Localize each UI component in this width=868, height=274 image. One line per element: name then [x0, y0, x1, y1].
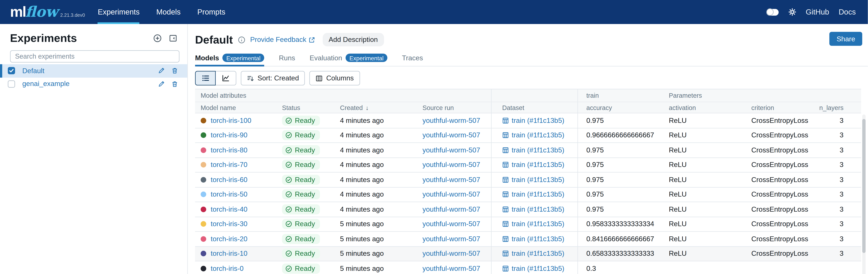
- source-run-link[interactable]: youthful-worm-507: [423, 235, 480, 243]
- nav-external-link[interactable]: GitHub: [806, 8, 829, 16]
- add-description-button[interactable]: Add Description: [322, 33, 384, 46]
- model-name-link[interactable]: torch-iris-40: [211, 205, 247, 213]
- model-row[interactable]: torch-iris-90 Ready 4 minutes ago youth: [195, 128, 861, 143]
- source-run-link[interactable]: youthful-worm-507: [423, 191, 480, 198]
- dataset-link[interactable]: train (#1f1c13b5): [502, 176, 564, 184]
- theme-toggle[interactable]: [766, 9, 778, 16]
- source-run-link[interactable]: youthful-worm-507: [423, 131, 480, 139]
- source-run-link[interactable]: youthful-worm-507: [423, 116, 480, 124]
- created-cell: 4 minutes ago: [340, 128, 423, 143]
- table-scrollbar[interactable]: [862, 114, 866, 274]
- models-toolbar: Sort: Created Columns: [195, 71, 868, 85]
- model-name-link[interactable]: torch-iris-0: [211, 265, 244, 272]
- nav-item[interactable]: Prompts: [197, 0, 225, 24]
- model-row[interactable]: torch-iris-10 Ready 5 minutes ago youth: [195, 247, 861, 262]
- model-row[interactable]: torch-iris-40 Ready 4 minutes ago youth: [195, 202, 861, 217]
- model-row[interactable]: torch-iris-60 Ready 4 minutes ago youth: [195, 172, 861, 187]
- dataset-link[interactable]: train (#1f1c13b5): [502, 205, 564, 213]
- model-row[interactable]: torch-iris-30 Ready 5 minutes ago youth: [195, 217, 861, 232]
- dataset-link[interactable]: train (#1f1c13b5): [502, 250, 564, 257]
- model-name-link[interactable]: torch-iris-70: [211, 161, 247, 169]
- experiment-tab[interactable]: Runs: [279, 54, 295, 66]
- search-experiments-input[interactable]: [10, 50, 180, 62]
- chart-view-button[interactable]: [216, 71, 236, 85]
- column-header-source-run[interactable]: Source run: [423, 102, 491, 113]
- source-run-link[interactable]: youthful-worm-507: [423, 161, 480, 169]
- experiment-list-item[interactable]: Default: [0, 64, 187, 77]
- source-run-link[interactable]: youthful-worm-507: [423, 220, 480, 228]
- column-header-criterion[interactable]: criterion: [751, 102, 818, 113]
- settings-gear-icon[interactable]: [788, 8, 796, 16]
- model-name-link[interactable]: torch-iris-50: [211, 191, 247, 198]
- column-header-created[interactable]: Created ↓: [340, 102, 423, 113]
- experiment-tab[interactable]: Evaluation Experimental: [310, 54, 388, 66]
- scrollbar-thumb[interactable]: [862, 119, 866, 253]
- column-header-n-layers[interactable]: n_layers: [818, 102, 861, 113]
- column-header-accuracy[interactable]: accuracy: [578, 102, 669, 113]
- collapse-sidebar-icon[interactable]: [169, 34, 177, 42]
- n-layers-cell: 3: [818, 187, 861, 202]
- source-run-link[interactable]: youthful-worm-507: [423, 250, 480, 257]
- experiment-name-link[interactable]: genai_example: [22, 80, 69, 88]
- dataset-link[interactable]: train (#1f1c13b5): [502, 191, 564, 198]
- delete-experiment-trash-icon[interactable]: [171, 80, 178, 87]
- model-name-link[interactable]: torch-iris-60: [211, 176, 247, 184]
- dataset-link[interactable]: train (#1f1c13b5): [502, 161, 564, 169]
- dataset-link[interactable]: train (#1f1c13b5): [502, 220, 564, 228]
- delete-experiment-trash-icon[interactable]: [171, 67, 178, 75]
- model-name-link[interactable]: torch-iris-80: [211, 146, 247, 154]
- model-name-link[interactable]: torch-iris-20: [211, 235, 247, 243]
- dataset-link[interactable]: train (#1f1c13b5): [502, 131, 564, 139]
- model-name-link[interactable]: torch-iris-90: [211, 131, 247, 139]
- dataset-cell: train (#1f1c13b5): [491, 172, 578, 187]
- rename-experiment-pencil-icon[interactable]: [158, 80, 165, 87]
- check-circle-icon: [285, 117, 292, 124]
- experiment-name-link[interactable]: Default: [22, 67, 44, 75]
- dataset-cell: train (#1f1c13b5): [491, 143, 578, 157]
- list-view-button[interactable]: [195, 71, 216, 85]
- nav-item[interactable]: Experiments: [98, 0, 140, 24]
- create-experiment-icon[interactable]: [153, 34, 162, 42]
- model-row[interactable]: torch-iris-80 Ready 4 minutes ago youth: [195, 143, 861, 158]
- source-run-cell: youthful-worm-507: [423, 187, 491, 202]
- model-row[interactable]: torch-iris-100 Ready 4 minutes ago yout: [195, 113, 861, 128]
- columns-button[interactable]: Columns: [310, 71, 360, 85]
- source-run-link[interactable]: youthful-worm-507: [423, 205, 480, 213]
- model-name-link[interactable]: torch-iris-100: [211, 116, 251, 124]
- provide-feedback-link[interactable]: Provide Feedback: [250, 31, 314, 48]
- experiment-checkbox[interactable]: [8, 67, 15, 75]
- share-button[interactable]: Share: [829, 32, 862, 46]
- experiment-list-item[interactable]: genai_example: [0, 77, 187, 91]
- model-name-link[interactable]: torch-iris-10: [211, 250, 247, 257]
- dataset-link[interactable]: train (#1f1c13b5): [502, 146, 564, 154]
- sort-button[interactable]: Sort: Created: [241, 71, 305, 85]
- info-icon[interactable]: [238, 36, 245, 44]
- column-header-model-name[interactable]: Model name: [195, 102, 282, 113]
- experiment-tab[interactable]: Models Experimental: [195, 54, 265, 66]
- model-row[interactable]: torch-iris-0 Ready 5 minutes ago youthf: [195, 261, 861, 274]
- model-name-link[interactable]: torch-iris-30: [211, 220, 247, 228]
- model-row[interactable]: torch-iris-70 Ready 4 minutes ago youth: [195, 158, 861, 173]
- activation-cell: ReLU: [669, 172, 751, 187]
- model-row[interactable]: torch-iris-20 Ready 5 minutes ago youth: [195, 232, 861, 247]
- rename-experiment-pencil-icon[interactable]: [158, 67, 165, 75]
- column-header-activation[interactable]: activation: [669, 102, 751, 113]
- mlflow-logo[interactable]: mlflow 2.21.3.dev0: [10, 3, 85, 21]
- dataset-link[interactable]: train (#1f1c13b5): [502, 116, 564, 124]
- created-cell: 4 minutes ago: [340, 158, 423, 172]
- source-run-link[interactable]: youthful-worm-507: [423, 265, 480, 272]
- source-run-link[interactable]: youthful-worm-507: [423, 146, 480, 154]
- dataset-cell: train (#1f1c13b5): [491, 247, 578, 261]
- experiment-tab[interactable]: Traces: [402, 54, 423, 66]
- dataset-link[interactable]: train (#1f1c13b5): [502, 235, 564, 243]
- page-content: Experiments Defaul: [0, 24, 868, 274]
- accuracy-cell: 0.9666666666666667: [578, 128, 669, 143]
- column-header-dataset[interactable]: Dataset: [491, 102, 578, 113]
- dataset-link[interactable]: train (#1f1c13b5): [502, 265, 564, 272]
- source-run-link[interactable]: youthful-worm-507: [423, 176, 480, 184]
- model-row[interactable]: torch-iris-50 Ready 4 minutes ago youth: [195, 187, 861, 202]
- experiment-checkbox[interactable]: [8, 80, 15, 87]
- column-header-status[interactable]: Status: [282, 102, 340, 113]
- nav-external-link[interactable]: Docs: [839, 8, 856, 16]
- nav-item[interactable]: Models: [156, 0, 181, 24]
